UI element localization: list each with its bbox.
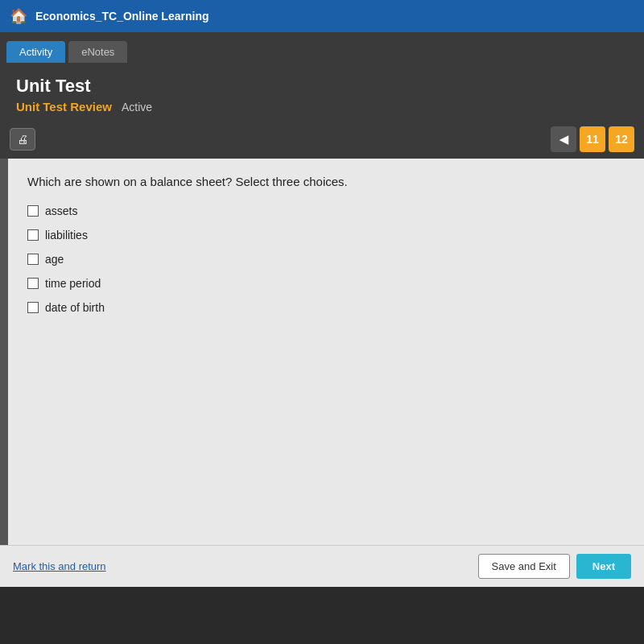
choice-label-age: age (45, 253, 64, 266)
choice-label-liabilities: liabilities (45, 229, 88, 242)
choice-time-period[interactable]: time period (27, 277, 625, 290)
checkbox-liabilities[interactable] (27, 229, 39, 241)
choices-list: assetsliabilitiesagetime perioddate of b… (27, 204, 625, 314)
current-page-button[interactable]: 11 (580, 126, 605, 152)
choice-label-time-period: time period (45, 277, 101, 290)
tab-enotes[interactable]: eNotes (68, 41, 127, 63)
unit-status: Active (122, 101, 152, 114)
left-accent-bar (0, 159, 8, 545)
tab-bar: Activity eNotes (0, 32, 644, 63)
print-button[interactable]: 🖨 (10, 128, 35, 151)
mark-return-link[interactable]: Mark this and return (13, 560, 106, 572)
header-bar: 🏠 Economics_TC_Online Learning (0, 0, 644, 32)
toolbar: 🖨 ◀ 11 12 (0, 122, 644, 159)
unit-header: Unit Test Unit Test Review Active (0, 63, 644, 122)
question-text: Which are shown on a balance sheet? Sele… (27, 175, 625, 188)
nav-buttons: ◀ 11 12 (551, 126, 634, 152)
choice-age[interactable]: age (27, 253, 625, 266)
next-button[interactable]: Next (576, 554, 631, 579)
checkbox-assets[interactable] (27, 205, 39, 217)
next-page-button[interactable]: 12 (609, 126, 634, 152)
choice-label-date-of-birth: date of birth (45, 301, 105, 314)
choice-liabilities[interactable]: liabilities (27, 229, 625, 242)
unit-subtitle: Unit Test Review (16, 100, 112, 114)
prev-page-button[interactable]: ◀ (551, 126, 576, 152)
footer-bar: Mark this and return Save and Exit Next (0, 545, 644, 587)
unit-title: Unit Test (16, 76, 628, 97)
checkbox-time-period[interactable] (27, 278, 39, 289)
home-icon[interactable]: 🏠 (10, 7, 27, 25)
unit-subtitle-row: Unit Test Review Active (16, 100, 628, 114)
checkbox-age[interactable] (27, 254, 39, 265)
app-title: Economics_TC_Online Learning (35, 10, 209, 23)
save-exit-button[interactable]: Save and Exit (478, 554, 570, 579)
tab-activity[interactable]: Activity (6, 41, 65, 63)
checkbox-date-of-birth[interactable] (27, 302, 39, 313)
choice-date-of-birth[interactable]: date of birth (27, 301, 625, 314)
footer-buttons: Save and Exit Next (478, 554, 631, 579)
content-wrapper: Which are shown on a balance sheet? Sele… (0, 159, 644, 545)
main-content: Which are shown on a balance sheet? Sele… (8, 159, 644, 545)
choice-label-assets: assets (45, 204, 77, 217)
choice-assets[interactable]: assets (27, 204, 625, 217)
